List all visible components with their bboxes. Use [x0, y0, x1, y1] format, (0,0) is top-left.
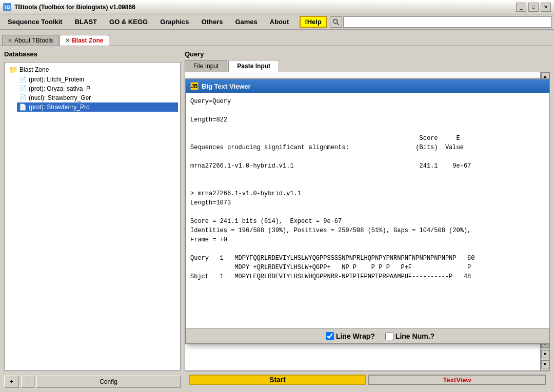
app-icon: TB: [3, 3, 11, 11]
dialog-footer: Line Wrap? Line Num.?: [186, 328, 550, 343]
line-num-label[interactable]: Line Num.?: [385, 332, 434, 340]
search-icon: [332, 18, 340, 26]
tab-bar: ✕ About TBtools ✕ Blast Zone: [0, 30, 554, 46]
remove-db-button[interactable]: -: [21, 376, 34, 388]
db-buttons: + - Config: [4, 376, 181, 388]
start-button[interactable]: Start: [189, 375, 366, 385]
tab-label-about: About TBtools: [14, 37, 53, 44]
tab-about-tbtools[interactable]: ✕ About TBtools: [2, 35, 58, 46]
dialog-overlay: JB Big Text Viewer ✕ Query=Query Length=…: [185, 72, 549, 370]
menu-bar: Sequence Toolkit BLAST GO & KEGG Graphic…: [0, 14, 554, 30]
tree-item-0[interactable]: 📄 (prot): Litchi_Protein: [17, 75, 178, 84]
line-wrap-label[interactable]: Line Wrap?: [326, 332, 375, 340]
tab-label-blast: Blast Zone: [72, 37, 103, 44]
tree-root-label: Blast Zone: [19, 66, 49, 73]
databases-title: Databases: [4, 50, 181, 58]
line-num-text: Line Num.?: [395, 332, 434, 340]
menu-graphics[interactable]: Graphics: [154, 16, 194, 28]
main-content: Databases 📁 Blast Zone 📄 (prot): Litchi_…: [0, 46, 554, 392]
file-icon-0: 📄: [19, 76, 27, 83]
file-icon-2: 📄: [19, 94, 27, 101]
file-icon-1: 📄: [19, 85, 27, 92]
svg-line-1: [337, 23, 339, 25]
search-input[interactable]: [343, 16, 552, 28]
big-text-viewer-dialog: JB Big Text Viewer ✕ Query=Query Length=…: [185, 78, 550, 344]
tree-item-label-3: (prot): Strawberry_Pro: [29, 104, 90, 111]
help-button[interactable]: !Help: [300, 16, 327, 28]
query-content: ▲ ▼ ▼ ▼ JB Big Text Viewer: [185, 72, 550, 371]
tab-blast-zone[interactable]: ✕ Blast Zone: [60, 35, 109, 46]
bottom-action-row: Start TextView: [185, 371, 550, 388]
tree-item-1[interactable]: 📄 (prot): Oryza_sativa_P: [17, 84, 178, 93]
close-button[interactable]: ✕: [541, 3, 551, 12]
tab-paste-input[interactable]: Paste Input: [228, 60, 279, 72]
line-wrap-checkbox[interactable]: [326, 332, 334, 340]
file-icon-3: 📄: [19, 104, 27, 111]
add-db-button[interactable]: +: [4, 376, 19, 388]
title-bar-controls[interactable]: _ □ ✕: [516, 3, 551, 12]
search-button[interactable]: [330, 16, 342, 28]
query-tabs: File Input Paste Input: [185, 60, 550, 72]
tab-close-about[interactable]: ✕: [8, 37, 12, 44]
minimize-button[interactable]: _: [516, 3, 526, 12]
dialog-app-icon: JB: [190, 82, 199, 90]
database-tree[interactable]: 📁 Blast Zone 📄 (prot): Litchi_Protein 📄 …: [4, 62, 181, 370]
folder-icon: 📁: [9, 66, 17, 74]
dialog-title-bar: JB Big Text Viewer ✕: [186, 79, 550, 93]
line-num-checkbox[interactable]: [385, 332, 393, 340]
tree-item-label-2: (nucl): Strawberry_Ger: [29, 94, 91, 101]
title-bar-left: TB TBtools (Toolbox for Biologists) v1.0…: [3, 3, 135, 11]
svg-point-0: [333, 19, 337, 23]
query-title: Query: [185, 50, 550, 58]
left-panel: Databases 📁 Blast Zone 📄 (prot): Litchi_…: [0, 46, 185, 392]
tree-item-label-0: (prot): Litchi_Protein: [29, 76, 84, 83]
tree-item-2[interactable]: 📄 (nucl): Strawberry_Ger: [17, 93, 178, 102]
dialog-text-content: Query=Query Length=822 Score E Sequences…: [190, 97, 550, 281]
dialog-title-left: JB Big Text Viewer: [190, 82, 251, 90]
dialog-content[interactable]: Query=Query Length=822 Score E Sequences…: [186, 93, 550, 328]
title-bar: TB TBtools (Toolbox for Biologists) v1.0…: [0, 0, 554, 14]
right-panel: Query File Input Paste Input ▲ ▼ ▼ ▼: [185, 46, 554, 392]
tree-children: 📄 (prot): Litchi_Protein 📄 (prot): Oryza…: [7, 75, 178, 112]
tree-item-3[interactable]: 📄 (prot): Strawberry_Pro: [17, 102, 178, 112]
menu-others[interactable]: Others: [196, 16, 229, 28]
line-wrap-text: Line Wrap?: [336, 332, 375, 340]
tree-item-label-1: (prot): Oryza_sativa_P: [29, 85, 90, 92]
config-button[interactable]: Config: [36, 376, 181, 388]
window-title: TBtools (Toolbox for Biologists) v1.0986…: [14, 4, 135, 11]
textview-button[interactable]: TextView: [368, 375, 546, 385]
tree-root[interactable]: 📁 Blast Zone: [7, 65, 178, 75]
menu-blast[interactable]: BLAST: [69, 16, 103, 28]
dialog-title-text: Big Text Viewer: [202, 82, 251, 90]
tab-close-blast[interactable]: ✕: [65, 37, 70, 44]
menu-go-kegg[interactable]: GO & KEGG: [104, 16, 153, 28]
menu-sequence-toolkit[interactable]: Sequence Toolkit: [2, 16, 68, 28]
tab-file-input[interactable]: File Input: [185, 60, 227, 72]
menu-games[interactable]: Games: [229, 16, 263, 28]
maximize-button[interactable]: □: [528, 3, 539, 12]
menu-about[interactable]: About: [264, 16, 295, 28]
